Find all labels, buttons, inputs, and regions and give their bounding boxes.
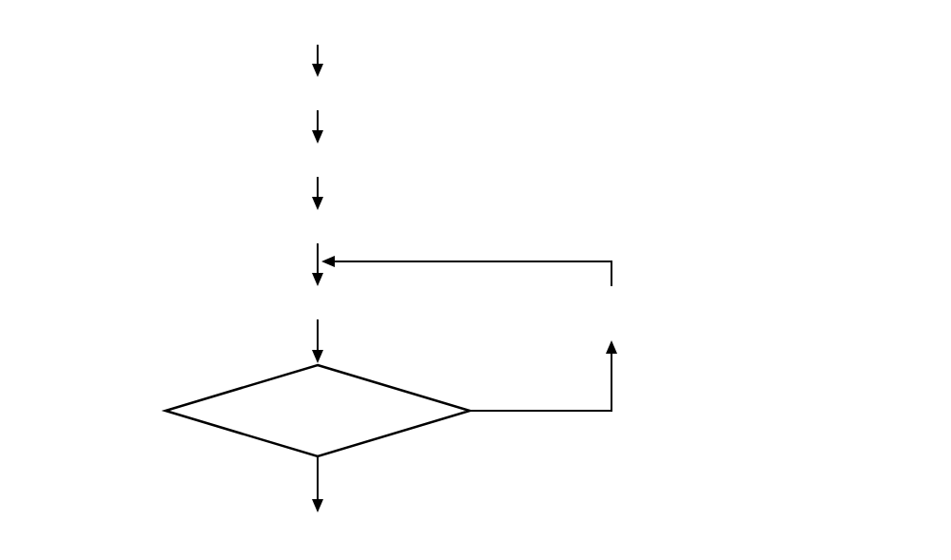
- arrow-decision-5: [470, 342, 611, 411]
- flow-connectors: [0, 0, 951, 560]
- decision-diamond: [165, 365, 470, 456]
- arrow-5-loop: [323, 261, 611, 286]
